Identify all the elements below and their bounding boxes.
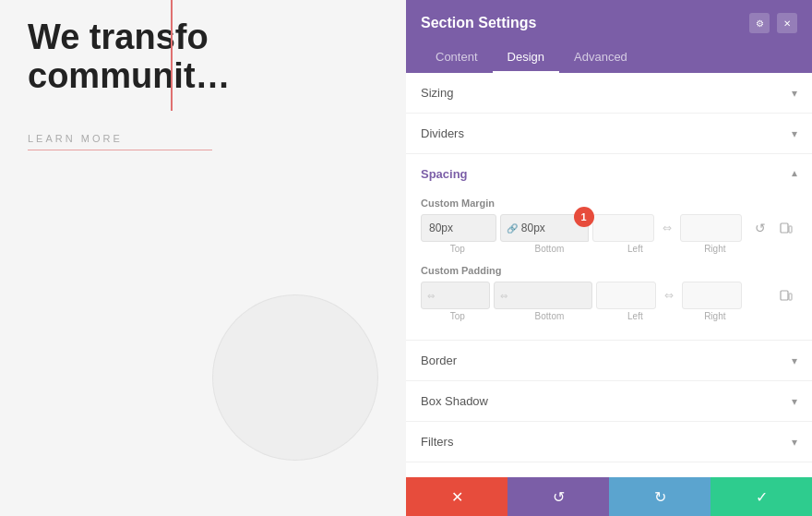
margin-left-input[interactable]	[592, 214, 654, 242]
custom-margin-label: Custom Margin	[421, 198, 797, 209]
label-bottom: Bottom	[495, 244, 605, 254]
accordion-sizing: Sizing ▾	[406, 73, 812, 114]
label-right: Right	[685, 244, 746, 254]
accordion-border-header[interactable]: Border ▾	[406, 341, 812, 380]
margin-right-input[interactable]	[680, 214, 742, 242]
accordion-filters-chevron: ▾	[792, 436, 797, 449]
section-settings-panel: Section Settings ⚙ ✕ Content Design Adva…	[406, 0, 812, 516]
circle-decoration	[212, 294, 378, 461]
panel-body: Sizing ▾ Dividers ▾ Spacing ▾ Custom Mar…	[406, 73, 812, 477]
accordion-spacing-label: Spacing	[421, 167, 468, 181]
accordion-box-shadow: Box Shadow ▾	[406, 381, 812, 422]
padding-bottom-linked[interactable]: ⇔	[494, 282, 591, 309]
margin-top-input[interactable]: 80px	[421, 214, 496, 242]
tab-content[interactable]: Content	[421, 42, 493, 73]
learn-more-underline	[28, 150, 212, 150]
margin-labels-row: Top Bottom Left Right	[421, 244, 797, 254]
red-line-decoration	[171, 0, 173, 111]
accordion-filters: Filters ▾	[406, 422, 812, 462]
accordion-box-shadow-header[interactable]: Box Shadow ▾	[406, 381, 812, 421]
undo-button[interactable]: ↺	[508, 477, 609, 516]
panel-header: Section Settings ⚙ ✕ Content Design Adva…	[406, 0, 812, 73]
tab-advanced[interactable]: Advanced	[559, 42, 642, 73]
svg-rect-1	[789, 226, 792, 233]
svg-rect-0	[781, 223, 788, 233]
tab-design[interactable]: Design	[493, 42, 559, 73]
padding-label-right: Right	[685, 311, 746, 321]
badge-number: 1	[574, 207, 594, 227]
label-top: Top	[421, 244, 495, 254]
panel-close-icon[interactable]: ✕	[777, 13, 797, 33]
accordion-border-chevron: ▾	[792, 354, 797, 367]
accordion-dividers-label: Dividers	[421, 126, 464, 140]
margin-inputs-row: 80px 🔗 80px 1 ⇔	[421, 214, 797, 242]
padding-tools	[749, 284, 797, 306]
padding-label-top: Top	[421, 311, 495, 321]
learn-more-text: LEARN MORE	[28, 133, 378, 144]
accordion-dividers: Dividers ▾	[406, 114, 812, 154]
cancel-button[interactable]: ✕	[406, 477, 508, 516]
accordion-filters-label: Filters	[421, 435, 453, 449]
accordion-spacing-header[interactable]: Spacing ▾	[406, 154, 812, 194]
margin-reset-btn[interactable]: ↺	[749, 217, 771, 239]
page-heading: We transfocommunit…	[28, 18, 378, 96]
accordion-box-shadow-chevron: ▾	[792, 395, 797, 408]
padding-top-linked[interactable]: ⇔	[421, 282, 490, 309]
svg-rect-2	[781, 291, 788, 300]
padding-lr-link: ⇔	[660, 289, 678, 302]
accordion-spacing-chevron: ▾	[792, 168, 797, 181]
accordion-animation: Animation ▾	[406, 462, 812, 477]
accordion-dividers-header[interactable]: Dividers ▾	[406, 114, 812, 153]
svg-rect-3	[789, 294, 792, 300]
action-bar: ✕ ↺ ↻ ✓	[406, 477, 812, 516]
panel-settings-icon[interactable]: ⚙	[749, 13, 770, 33]
accordion-box-shadow-label: Box Shadow	[421, 394, 488, 408]
panel-tabs: Content Design Advanced	[421, 42, 797, 73]
accordion-sizing-chevron: ▾	[792, 87, 797, 100]
accordion-sizing-header[interactable]: Sizing ▾	[406, 73, 812, 113]
page-background: We transfocommunit… LEARN MORE	[0, 0, 406, 516]
padding-inputs-row: ⇔ ⇔ ⇔	[421, 282, 797, 309]
accordion-border: Border ▾	[406, 341, 812, 381]
save-button[interactable]: ✓	[710, 477, 812, 516]
padding-left-input[interactable]	[596, 282, 656, 309]
margin-tools: ↺	[749, 217, 797, 239]
panel-title: Section Settings	[421, 15, 536, 31]
accordion-dividers-chevron: ▾	[792, 127, 797, 140]
spacing-content: Custom Margin 80px 🔗 80px 1	[406, 198, 812, 340]
redo-button[interactable]: ↻	[609, 477, 710, 516]
accordion-sizing-label: Sizing	[421, 86, 453, 100]
accordion-animation-header[interactable]: Animation ▾	[406, 462, 812, 477]
margin-device-btn[interactable]	[775, 217, 797, 239]
lr-link-icon: ⇔	[658, 222, 676, 234]
accordion-filters-header[interactable]: Filters ▾	[406, 422, 812, 462]
padding-labels-row: Top Bottom Left Right	[421, 311, 797, 321]
accordion-border-label: Border	[421, 354, 457, 367]
custom-padding-label: Custom Padding	[421, 265, 797, 276]
margin-linked-pair: 🔗 80px 1	[500, 214, 589, 242]
padding-label-bottom: Bottom	[495, 311, 605, 321]
padding-device-btn[interactable]	[775, 284, 797, 306]
padding-right-input[interactable]	[682, 282, 742, 309]
accordion-spacing: Spacing ▾ Custom Margin 80px 🔗	[406, 154, 812, 341]
padding-label-left: Left	[604, 311, 665, 321]
label-left: Left	[604, 244, 665, 254]
panel-header-icons: ⚙ ✕	[749, 13, 797, 33]
